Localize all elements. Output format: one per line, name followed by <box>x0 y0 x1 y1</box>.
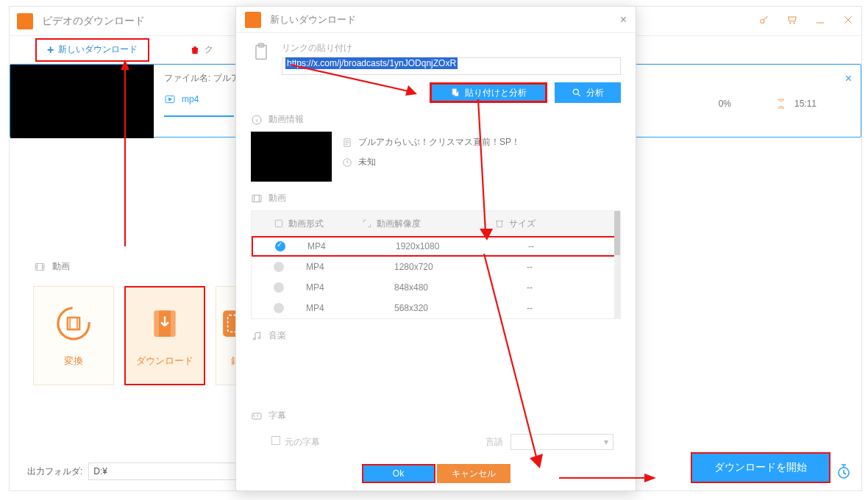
analyze-button[interactable]: 分析 <box>555 82 621 103</box>
clipboard-icon <box>251 42 271 63</box>
video-status: 未知 <box>358 156 376 168</box>
dialog-thumbnail <box>251 132 332 182</box>
svg-point-21 <box>258 337 260 339</box>
svg-rect-18 <box>252 195 261 201</box>
plus-icon: + <box>47 43 54 57</box>
svg-rect-7 <box>171 310 176 337</box>
key-icon[interactable] <box>758 14 770 28</box>
format-table-header: 動画形式 動画解像度 サイズ <box>252 211 620 236</box>
paste-analyze-button[interactable]: 貼り付けと分析 <box>430 82 547 103</box>
trash-icon[interactable] <box>190 45 200 55</box>
section-label: 動画 <box>52 260 70 273</box>
new-download-label: 新しいダウンロード <box>58 43 138 56</box>
new-download-dialog: 新しいダウンロード × リンクの貼り付け https://x.com/j/bro… <box>235 6 636 491</box>
format-row[interactable]: MP4568x320-- <box>252 298 620 318</box>
svg-point-20 <box>253 338 255 340</box>
clear-label: ク <box>204 43 213 56</box>
format-row[interactable]: MP4848x480-- <box>252 277 620 298</box>
original-subtitle-checkbox[interactable]: 元の字幕 <box>271 436 320 449</box>
video-format-section-label: 動画 <box>268 192 286 204</box>
film-icon <box>33 262 46 272</box>
subtitle-section-label: 字幕 <box>268 410 286 422</box>
url-input[interactable]: https://x.com/j/broadcasts/1ynJODqnjZOxR <box>282 57 621 75</box>
dialog-close-icon[interactable]: × <box>620 13 627 26</box>
link-paste-label: リンクの貼り付け <box>282 42 621 54</box>
clock-icon <box>342 157 352 168</box>
size-icon <box>494 218 505 229</box>
app-icon <box>17 13 33 29</box>
ok-button[interactable]: Ok <box>362 464 435 483</box>
video-info-label: 動画情報 <box>268 113 304 126</box>
window-title: ビデオのダウンロード <box>42 15 145 28</box>
svg-point-14 <box>573 89 578 94</box>
language-select[interactable]: ▾ <box>511 434 613 450</box>
card-download[interactable]: ダウンロード <box>124 286 205 385</box>
format-row[interactable]: MP41280x720-- <box>252 257 620 277</box>
format-scrollbar[interactable] <box>614 211 620 318</box>
app-icon <box>245 12 261 28</box>
card-convert[interactable]: 変換 <box>33 286 114 385</box>
video-thumbnail <box>10 65 154 138</box>
progress-percent: 0% <box>719 99 731 109</box>
svg-point-3 <box>58 307 89 338</box>
resolution-icon <box>362 218 372 229</box>
duration: 15:11 <box>794 99 817 109</box>
cart-icon[interactable] <box>786 14 798 28</box>
output-label: 出力フォルダ: <box>27 465 82 478</box>
radio-icon <box>274 262 284 272</box>
dialog-title: 新しいダウンロード <box>270 13 356 26</box>
radio-icon <box>275 241 285 251</box>
info-icon <box>251 114 263 126</box>
format-icon <box>274 218 284 229</box>
film-icon <box>251 193 263 204</box>
svg-rect-2 <box>35 263 44 270</box>
music-icon <box>251 330 263 342</box>
format-row[interactable]: MP41920x1080-- <box>252 236 620 257</box>
document-icon <box>342 138 352 148</box>
language-label: 言語 <box>485 436 503 449</box>
radio-icon <box>274 282 284 293</box>
svg-rect-6 <box>154 310 159 337</box>
hourglass-icon <box>775 98 787 110</box>
svg-point-0 <box>761 19 764 23</box>
radio-icon <box>274 303 284 313</box>
dialog-titlebar: 新しいダウンロード × <box>236 7 636 33</box>
svg-rect-19 <box>275 220 282 226</box>
cc-icon <box>251 410 263 422</box>
schedule-button[interactable] <box>835 463 853 480</box>
cancel-button[interactable]: キャンセル <box>437 464 511 483</box>
video-title: ブルアカらいぶ！クリスマス直前！SP！ <box>358 136 520 149</box>
minimize-button[interactable] <box>814 14 826 28</box>
new-download-button[interactable]: + 新しいダウンロード <box>35 38 149 62</box>
start-download-button[interactable]: ダウンロードを開始 <box>691 452 830 483</box>
audio-section-label: 音楽 <box>268 329 286 342</box>
close-button[interactable] <box>842 14 854 28</box>
remove-item-icon[interactable]: × <box>845 72 852 85</box>
format-table: 動画形式 動画解像度 サイズ MP41920x1080--MP41280x720… <box>251 210 621 319</box>
